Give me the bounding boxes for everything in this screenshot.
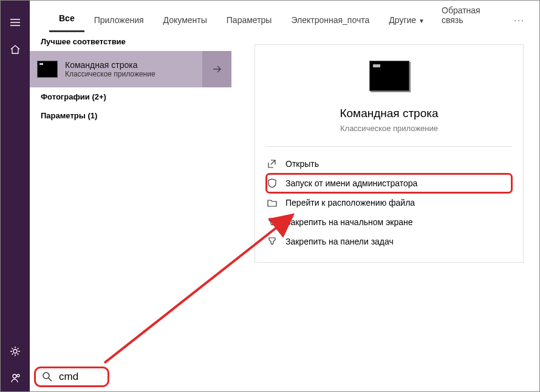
open-icon	[267, 159, 277, 169]
chevron-down-icon: ▼	[419, 18, 425, 24]
action-pin-task-label: Закрепить на панели задач	[285, 237, 394, 246]
result-main: Командная строка Классическое приложение	[30, 51, 202, 87]
terminal-icon	[37, 61, 58, 78]
actions-list: Открыть Запуск от имени администратора П…	[266, 154, 512, 251]
search-input[interactable]	[59, 371, 101, 383]
gear-icon[interactable]	[1, 338, 30, 365]
tab-all[interactable]: Все	[49, 7, 84, 32]
result-row-cmd[interactable]: Командная строка Классическое приложение	[30, 51, 231, 87]
svg-point-1	[13, 374, 16, 378]
category-settings[interactable]: Параметры (1)	[30, 106, 231, 125]
account-icon[interactable]	[1, 365, 30, 391]
shield-icon	[267, 178, 277, 188]
action-open[interactable]: Открыть	[266, 154, 512, 174]
result-text: Командная строка Классическое приложение	[65, 60, 156, 78]
search-window: Все Приложения Документы Параметры Элект…	[0, 0, 540, 392]
result-subtitle: Классическое приложение	[65, 70, 156, 78]
search-bar	[30, 362, 539, 391]
svg-point-2	[17, 374, 19, 377]
best-match-label: Лучшее соответствие	[30, 32, 231, 51]
action-pin-to-taskbar[interactable]: Закрепить на панели задач	[266, 232, 512, 251]
pin-start-icon	[267, 217, 277, 227]
tab-documents[interactable]: Документы	[154, 9, 217, 32]
action-location-label: Перейти к расположению файла	[285, 198, 415, 208]
menu-icon[interactable]	[1, 9, 30, 36]
search-icon	[42, 371, 53, 382]
action-pin-start-label: Закрепить на начальном экране	[285, 217, 413, 227]
action-run-as-admin[interactable]: Запуск от имени администратора	[266, 174, 512, 193]
tab-apps[interactable]: Приложения	[84, 9, 154, 32]
action-admin-label: Запуск от имени администратора	[285, 178, 417, 188]
results-list: Лучшее соответствие Командная строка Кла…	[30, 32, 231, 362]
tab-other-label: Другие	[389, 15, 416, 25]
action-open-file-location[interactable]: Перейти к расположению файла	[266, 193, 512, 212]
tab-email[interactable]: Электронная_почта	[281, 9, 379, 32]
category-photos[interactable]: Фотографии (2+)	[30, 87, 231, 106]
tab-settings[interactable]: Параметры	[217, 9, 282, 32]
action-pin-to-start[interactable]: Закрепить на начальном экране	[266, 212, 512, 232]
preview-pane: Командная строка Классическое приложение…	[231, 32, 539, 362]
feedback-link[interactable]: Обратная связь	[434, 0, 505, 32]
preview-title: Командная строка	[340, 107, 438, 120]
result-title: Командная строка	[65, 60, 156, 70]
svg-point-3	[43, 373, 49, 379]
preview-card: Командная строка Классическое приложение…	[255, 44, 524, 263]
home-icon[interactable]	[1, 36, 30, 63]
divider	[266, 146, 512, 147]
folder-icon	[267, 198, 277, 208]
tab-other[interactable]: Другие▼	[379, 9, 434, 32]
svg-point-0	[13, 350, 17, 353]
terminal-icon	[369, 61, 409, 91]
preview-subtitle: Классическое приложение	[340, 124, 438, 133]
action-open-label: Открыть	[285, 159, 319, 169]
more-icon[interactable]: ···	[505, 9, 533, 32]
left-sidebar	[1, 1, 30, 391]
search-highlight	[36, 368, 108, 385]
main-panel: Все Приложения Документы Параметры Элект…	[30, 1, 539, 391]
filter-tabs: Все Приложения Документы Параметры Элект…	[30, 1, 539, 32]
open-preview-button[interactable]	[202, 51, 231, 87]
results-body: Лучшее соответствие Командная строка Кла…	[30, 32, 539, 362]
pin-taskbar-icon	[267, 237, 277, 246]
